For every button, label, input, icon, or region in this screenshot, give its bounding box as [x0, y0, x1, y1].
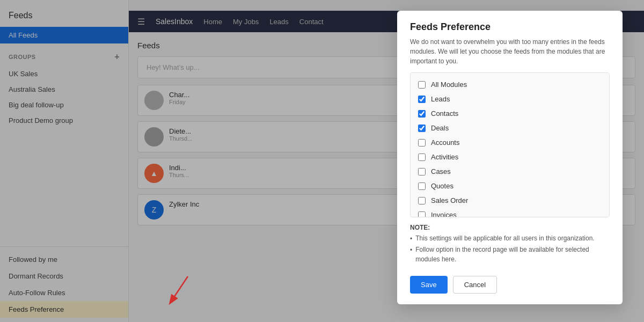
- save-button[interactable]: Save: [410, 276, 448, 294]
- checkbox-label-all-modules: All Modules: [431, 80, 467, 89]
- checkbox-label-leads: Leads: [431, 95, 450, 103]
- modal-header: Feeds Preference We do not want to overw…: [397, 11, 623, 72]
- checkbox-label-contacts: Contacts: [431, 109, 458, 118]
- checkbox-label-quotes: Quotes: [431, 182, 453, 190]
- bullet-2: •: [410, 245, 412, 255]
- modal-overlay: Feeds Preference We do not want to overw…: [0, 0, 644, 322]
- checkbox-item-deals[interactable]: Deals: [411, 121, 609, 135]
- checkbox-invoices[interactable]: [418, 211, 426, 218]
- checkbox-label-activities: Activities: [431, 153, 458, 161]
- checkbox-item-accounts[interactable]: Accounts: [411, 135, 609, 150]
- checkbox-leads[interactable]: [418, 96, 426, 103]
- modal-title: Feeds Preference: [410, 21, 610, 33]
- modal-description: We do not want to overwhelm you with too…: [410, 37, 610, 66]
- modal-body: All ModulesLeadsContactsDealsAccountsAct…: [397, 72, 623, 269]
- checkbox-contacts[interactable]: [418, 110, 426, 118]
- checkbox-all-modules[interactable]: [418, 81, 426, 89]
- checkbox-label-cases: Cases: [431, 167, 451, 175]
- checkbox-item-cases[interactable]: Cases: [411, 164, 609, 179]
- note-title: NOTE:: [410, 224, 610, 231]
- checkbox-sales-order[interactable]: [418, 197, 426, 204]
- feeds-preference-modal: Feeds Preference We do not want to overw…: [397, 11, 623, 304]
- modal-footer: Save Cancel: [397, 269, 623, 304]
- checkbox-item-leads[interactable]: Leads: [411, 92, 609, 106]
- checkbox-item-sales-order[interactable]: Sales Order: [411, 193, 609, 208]
- checkbox-accounts[interactable]: [418, 139, 426, 147]
- checkbox-deals[interactable]: [418, 125, 426, 132]
- bullet-1: •: [410, 234, 412, 244]
- modal-note: NOTE: • This settings will be applicable…: [410, 217, 610, 269]
- checkbox-label-sales-order: Sales Order: [431, 196, 468, 204]
- checkbox-label-invoices: Invoices: [431, 211, 457, 217]
- note-item-1: • This settings will be applicable for a…: [410, 233, 610, 244]
- note-text-1: This settings will be applicable for all…: [415, 233, 595, 243]
- checkbox-item-quotes[interactable]: Quotes: [411, 179, 609, 193]
- cancel-button[interactable]: Cancel: [453, 276, 497, 294]
- note-item-2: • Follow option in the record page will …: [410, 245, 610, 264]
- checkbox-item-contacts[interactable]: Contacts: [411, 106, 609, 121]
- note-text-2: Follow option in the record page will be…: [415, 245, 610, 264]
- checkbox-label-accounts: Accounts: [431, 138, 459, 147]
- checkbox-quotes[interactable]: [418, 182, 426, 190]
- checkbox-item-activities[interactable]: Activities: [411, 150, 609, 164]
- checkbox-cases[interactable]: [418, 168, 426, 175]
- checkbox-item-all-modules[interactable]: All Modules: [411, 77, 609, 92]
- checkbox-item-invoices[interactable]: Invoices: [411, 208, 609, 217]
- checkbox-list: All ModulesLeadsContactsDealsAccountsAct…: [410, 72, 610, 217]
- checkbox-activities[interactable]: [418, 153, 426, 161]
- checkbox-label-deals: Deals: [431, 124, 449, 132]
